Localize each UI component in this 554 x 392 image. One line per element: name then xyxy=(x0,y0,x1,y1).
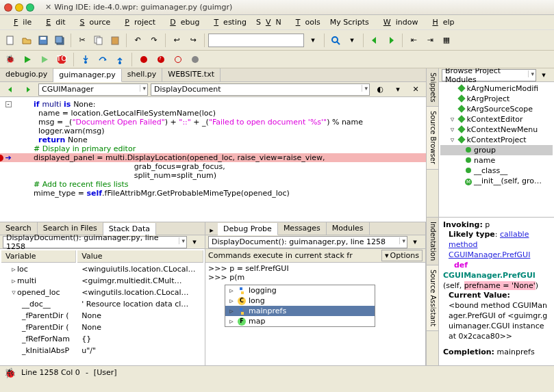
save-button[interactable] xyxy=(36,33,51,48)
save-all-button[interactable] xyxy=(52,33,67,48)
tree-item[interactable]: ▿kContextProject xyxy=(440,135,553,145)
indent-left-button[interactable]: ⇤ xyxy=(406,33,421,48)
tree-item[interactable]: kArgSourceScope xyxy=(440,104,553,114)
menu-my-scripts[interactable]: My Scripts xyxy=(325,16,374,28)
undo-button[interactable]: ↶ xyxy=(130,33,145,48)
indent-right-button[interactable]: ⇥ xyxy=(423,33,438,48)
stack-opts-button[interactable]: ▾ xyxy=(187,235,202,250)
editor-close-button[interactable]: ✕ xyxy=(408,82,423,97)
tab-modules[interactable]: Modules xyxy=(327,222,370,235)
debug-run-again-button[interactable] xyxy=(37,52,52,67)
tree-item[interactable]: name xyxy=(440,155,553,166)
file-tab-debugio-py[interactable]: debugio.py xyxy=(0,68,53,81)
goto-def-button[interactable] xyxy=(328,33,343,48)
tab-debug-probe[interactable]: Debug Probe xyxy=(218,223,278,235)
sidetab-source-browser[interactable]: Source Browser xyxy=(427,107,438,169)
tree-item[interactable]: group xyxy=(440,145,553,155)
tree-item[interactable]: __class__ xyxy=(440,166,553,176)
menu-testing[interactable]: Testing xyxy=(204,16,251,28)
back-button[interactable]: ↩ xyxy=(169,33,184,48)
breakpoint-clear-button[interactable] xyxy=(188,52,203,67)
completion-map[interactable]: ▹Fmap xyxy=(225,316,375,326)
file-tab-WEBSITE-txt[interactable]: WEBSITE.txt xyxy=(162,68,221,81)
breakpoint-add-button[interactable] xyxy=(136,52,151,67)
code-editor[interactable]: - if multi is None: name = location.GetL… xyxy=(0,97,426,222)
goto-dropdown[interactable]: ▾ xyxy=(344,33,360,48)
sidetab-snippets[interactable]: Snippets xyxy=(427,68,438,107)
tree-item[interactable]: ▿kContextNewMenu xyxy=(440,125,553,135)
menu-window[interactable]: Window xyxy=(374,16,423,28)
editor-back-button[interactable] xyxy=(3,82,18,97)
editor-fwd-button[interactable] xyxy=(21,82,36,97)
file-tab-shell-py[interactable]: shell.py xyxy=(122,68,163,81)
probe-frame-opts[interactable]: ▾ xyxy=(407,235,423,250)
editor-menu-button[interactable]: ▾ xyxy=(390,82,405,97)
window-minimize-button[interactable] xyxy=(15,3,23,12)
tab-messages[interactable]: Messages xyxy=(278,222,327,235)
var-row[interactable]: ▹multi<guimgr.multiedit.CMult… xyxy=(1,276,203,286)
search-field[interactable] xyxy=(208,34,304,47)
var-row[interactable]: _kInitialAbsPu"/" xyxy=(1,345,203,356)
step-out-button[interactable] xyxy=(112,52,127,67)
var-row[interactable]: _fParentDir (None xyxy=(1,311,203,321)
var-row[interactable]: __doc__' Resource location data cl… xyxy=(1,299,203,309)
breakpoint-disable-button[interactable] xyxy=(171,52,186,67)
var-row[interactable]: _fRefForNam{} xyxy=(1,334,203,344)
completion-popup[interactable]: ▹logging▹Clong▹mainprefs▹Fmap xyxy=(225,285,375,327)
debug-stop-button[interactable]: STOP xyxy=(54,52,69,67)
nav-back-button[interactable] xyxy=(367,33,382,48)
menu-svn[interactable]: SVN xyxy=(251,16,286,28)
stack-frame-selector[interactable]: DisplayDocument(): guimanager.py, line 1… xyxy=(3,236,187,248)
menu-debug[interactable]: Debug xyxy=(160,16,204,28)
paste-button[interactable] xyxy=(108,33,123,48)
forward-button[interactable]: ↪ xyxy=(186,33,201,48)
sidetab-indentation[interactable]: Indentation xyxy=(427,218,438,265)
completion-logging[interactable]: ▹logging xyxy=(225,285,375,296)
step-over-button[interactable] xyxy=(95,52,110,67)
var-col-name[interactable]: Variable xyxy=(1,250,76,263)
menu-source[interactable]: Source xyxy=(71,16,116,28)
probe-options-button[interactable]: ▾Options xyxy=(381,250,423,261)
debug-probe[interactable]: >>> p = self.PrefGUI>>> p(m ▹logging▹Clo… xyxy=(205,263,425,365)
tree-item[interactable]: kArgProject xyxy=(440,94,553,104)
var-col-value[interactable]: Value xyxy=(77,250,203,263)
var-row[interactable]: ▿opened_loc<wingutils.location.CLocal… xyxy=(1,287,203,298)
tree-item[interactable]: kArgNumericModifi xyxy=(440,83,553,94)
var-row[interactable]: _fParentDir (None xyxy=(1,322,203,332)
likely-class-link[interactable]: CGUIManager.PrefGUI xyxy=(449,250,530,259)
menu-help[interactable]: Help xyxy=(423,16,459,28)
browse-mode-selector[interactable]: Browse Project Modules xyxy=(442,69,536,81)
editor-opts-button[interactable]: ◐ xyxy=(373,82,388,97)
step-into-button[interactable] xyxy=(78,52,93,67)
comment-button[interactable]: ▦ xyxy=(439,33,454,48)
completion-long[interactable]: ▹Clong xyxy=(225,296,375,306)
class-selector[interactable]: CGUIManager xyxy=(38,83,148,96)
window-close-button[interactable] xyxy=(4,3,12,12)
search-dropdown[interactable]: ▾ xyxy=(305,33,320,48)
browse-opts[interactable]: ▾ xyxy=(536,68,551,83)
tree-item[interactable]: M__init__(self, gro… xyxy=(440,176,553,186)
probe-frame-selector[interactable]: DisplayDocument(): guimanager.py, line 1… xyxy=(208,236,407,248)
project-tree[interactable]: kArgNumericModifi kArgProject kArgSource… xyxy=(439,82,554,217)
breakpoint-cond-button[interactable]: ? xyxy=(153,52,168,67)
file-tab-guimanager-py[interactable]: guimanager.py xyxy=(53,69,121,82)
menu-project[interactable]: Project xyxy=(115,16,160,28)
menu-edit[interactable]: Edit xyxy=(36,16,70,28)
open-file-button[interactable] xyxy=(19,33,34,48)
nav-fwd-button[interactable] xyxy=(383,33,399,48)
copy-button[interactable] xyxy=(91,33,106,48)
debug-run-button[interactable] xyxy=(20,52,35,67)
method-selector[interactable]: DisplayDocument xyxy=(151,83,370,96)
menu-file[interactable]: File xyxy=(4,16,36,28)
redo-button[interactable]: ↷ xyxy=(147,33,162,48)
status-bug-icon[interactable]: 🐞 xyxy=(4,367,16,378)
tree-item[interactable]: ▿kContextEditor xyxy=(440,114,553,125)
new-file-button[interactable] xyxy=(3,33,18,48)
menu-tools[interactable]: Tools xyxy=(286,16,325,28)
window-maximize-button[interactable] xyxy=(26,3,34,12)
completion-mainprefs[interactable]: ▹mainprefs xyxy=(225,306,375,316)
sidetab-source-assistant[interactable]: Source Assistant xyxy=(427,265,438,331)
cut-button[interactable]: ✂ xyxy=(75,33,90,48)
debug-bug-icon[interactable]: 🐞 xyxy=(3,52,18,67)
var-row[interactable]: ▹loc<winguiutils.location.CLocal… xyxy=(1,264,203,274)
